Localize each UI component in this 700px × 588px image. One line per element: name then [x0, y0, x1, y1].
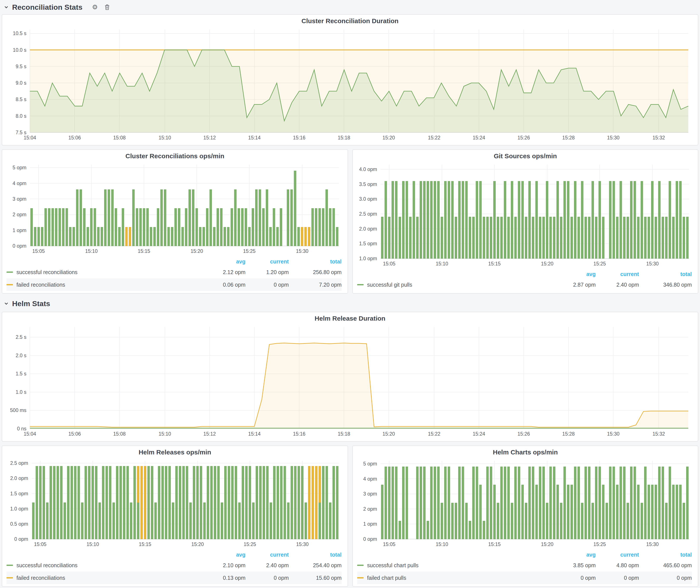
gear-icon[interactable]: ⚙ [92, 4, 98, 10]
legend: avg current total successful chart pulls… [355, 549, 695, 584]
legend-row-failed: failed reconciliations 0.06 opm 0 opm 7.… [6, 278, 342, 291]
svg-text:2.5 opm: 2.5 opm [10, 460, 28, 466]
panel-title[interactable]: Helm Release Duration [5, 313, 695, 323]
panel-title[interactable]: Cluster Reconciliations ops/min [5, 151, 345, 161]
legend-sort-total[interactable]: total [289, 552, 342, 558]
svg-text:500 ms: 500 ms [10, 407, 26, 413]
svg-text:15:10: 15:10 [85, 248, 98, 254]
svg-text:3 opm: 3 opm [13, 196, 26, 202]
legend-sort-current[interactable]: current [245, 258, 289, 265]
series-toggle[interactable]: successful reconciliations [6, 562, 202, 569]
legend-row-failed: failed reconciliations 0.13 opm 0 opm 15… [6, 572, 342, 584]
legend-sort-current[interactable]: current [245, 552, 289, 558]
svg-text:1.0 s: 1.0 s [16, 389, 26, 395]
legend-row-successful: successful chart pulls 3.85 opm 4.80 opm… [357, 559, 692, 572]
series-toggle[interactable]: successful chart pulls [357, 562, 552, 569]
legend-sort-total[interactable]: total [639, 271, 692, 277]
svg-text:2.5 s: 2.5 s [16, 334, 26, 340]
svg-text:2.0 opm: 2.0 opm [10, 475, 28, 481]
svg-text:15:25: 15:25 [594, 541, 606, 547]
legend-sort-avg[interactable]: avg [202, 258, 245, 265]
svg-text:15:30: 15:30 [607, 135, 619, 141]
svg-text:0 ns: 0 ns [17, 426, 26, 431]
series-toggle[interactable]: successful reconciliations [6, 269, 202, 275]
svg-text:15:05: 15:05 [383, 261, 395, 267]
svg-text:0.5 opm: 0.5 opm [10, 521, 28, 527]
legend-sort-total[interactable]: total [639, 552, 692, 558]
series-color-dash [357, 577, 364, 578]
trash-icon[interactable] [104, 4, 110, 10]
svg-text:15:20: 15:20 [191, 541, 204, 547]
series-toggle[interactable]: failed chart pulls [357, 575, 552, 581]
legend: avg current total successful git pulls 2… [355, 269, 695, 291]
series-toggle[interactable]: failed reconciliations [6, 282, 202, 288]
svg-text:7.5 s: 7.5 s [16, 130, 26, 135]
legend-header-row: avg current total [357, 550, 692, 559]
svg-text:3.0 opm: 3.0 opm [359, 196, 377, 202]
legend-sort-avg[interactable]: avg [202, 552, 245, 558]
series-label: successful chart pulls [367, 562, 419, 569]
svg-text:15:10: 15:10 [87, 541, 99, 547]
panel-title[interactable]: Helm Charts ops/min [355, 447, 695, 457]
svg-text:15:20: 15:20 [190, 248, 203, 254]
svg-text:1 opm: 1 opm [13, 228, 26, 233]
helm-releases-opm-chart[interactable]: 15:0515:1015:1515:2015:2515:302.5 opm2.0… [5, 457, 345, 549]
panel-title[interactable]: Git Sources ops/min [355, 151, 695, 161]
legend-row-failed: failed chart pulls 0 opm 0 opm 0 opm [357, 572, 692, 584]
svg-text:10.0 s: 10.0 s [13, 47, 26, 53]
cluster-reconciliation-duration-chart[interactable]: 15:0415:0615:0815:1015:1215:1415:1615:18… [5, 26, 695, 143]
legend-sort-avg[interactable]: avg [552, 271, 596, 277]
legend-sort-total[interactable]: total [289, 258, 342, 265]
svg-text:15:16: 15:16 [293, 431, 305, 437]
svg-text:15:20: 15:20 [382, 431, 395, 437]
series-label: failed chart pulls [367, 575, 406, 581]
legend-sort-avg[interactable]: avg [552, 552, 596, 558]
panel-helm-charts-opm: Helm Charts ops/min 15:0515:1015:1515:20… [352, 446, 698, 587]
legend-avg-value: 2.87 opm [552, 282, 596, 288]
svg-text:15:10: 15:10 [436, 541, 448, 547]
legend-total-value: 256.80 opm [289, 269, 342, 275]
git-sources-opm-chart[interactable]: 15:0515:1015:1515:2015:2515:304.0 opm3.5… [355, 161, 695, 269]
svg-text:15:08: 15:08 [113, 431, 126, 437]
panel-title[interactable]: Cluster Reconciliation Duration [5, 16, 695, 26]
legend-sort-current[interactable]: current [596, 552, 639, 558]
svg-text:15:06: 15:06 [68, 135, 81, 141]
svg-text:15:26: 15:26 [518, 135, 530, 141]
legend-sort-current[interactable]: current [596, 271, 639, 277]
panel-git-sources-opm: Git Sources ops/min 15:0515:1015:1515:20… [352, 149, 698, 294]
svg-text:15:25: 15:25 [243, 248, 256, 254]
series-color-dash [357, 565, 364, 566]
svg-text:15:14: 15:14 [248, 431, 261, 437]
svg-text:15:12: 15:12 [203, 135, 216, 141]
cluster-reconciliations-opm-chart[interactable]: 15:0515:1015:1515:2015:2515:305 opm4 opm… [5, 161, 345, 256]
chevron-down-icon[interactable] [4, 5, 9, 10]
svg-text:15:25: 15:25 [594, 261, 606, 267]
series-color-dash [6, 577, 13, 578]
svg-text:15:20: 15:20 [541, 541, 553, 547]
legend-total-value: 465.60 opm [639, 562, 692, 569]
legend-avg-value: 2.12 opm [202, 269, 245, 275]
section-header-reconciliation-stats[interactable]: Reconciliation Stats ⚙ [0, 0, 700, 14]
series-toggle[interactable]: successful git pulls [357, 282, 552, 288]
series-label: successful reconciliations [16, 562, 77, 569]
helm-charts-opm-chart[interactable]: 15:0515:1015:1515:2015:2515:305 opm4 opm… [355, 457, 695, 549]
legend-avg-value: 0.13 opm [202, 575, 245, 581]
svg-text:15:30: 15:30 [646, 261, 659, 267]
section-header-helm-stats[interactable]: Helm Stats [0, 294, 700, 312]
chevron-down-icon[interactable] [4, 301, 9, 306]
svg-text:2.0 s: 2.0 s [16, 353, 26, 358]
svg-text:15:22: 15:22 [428, 431, 440, 437]
helm-release-duration-chart[interactable]: 15:0415:0615:0815:1015:1215:1415:1615:18… [5, 323, 695, 439]
legend-current-value: 1.20 opm [245, 269, 289, 275]
svg-text:15:18: 15:18 [338, 431, 350, 437]
svg-text:2.0 opm: 2.0 opm [359, 226, 377, 232]
svg-text:15:10: 15:10 [159, 135, 171, 141]
panel-title[interactable]: Helm Releases ops/min [5, 447, 345, 457]
svg-text:1.5 s: 1.5 s [16, 371, 26, 376]
legend-current-value: 2.40 opm [596, 282, 639, 288]
legend-current-value: 0 opm [245, 575, 289, 581]
legend-header-row: avg current total [357, 270, 692, 278]
svg-text:3.5 opm: 3.5 opm [359, 181, 377, 187]
series-toggle[interactable]: failed reconciliations [6, 575, 202, 581]
svg-text:15:30: 15:30 [607, 431, 619, 437]
